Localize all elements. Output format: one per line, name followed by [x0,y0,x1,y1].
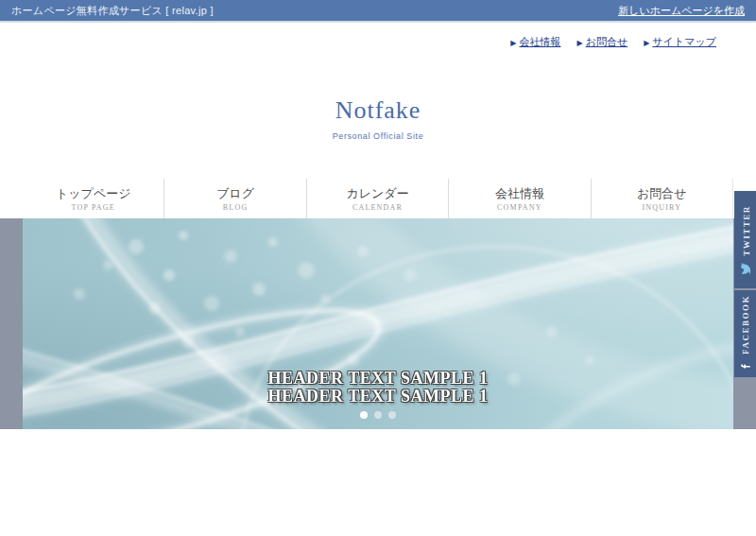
utility-link-company[interactable]: ▶会社情報 [510,36,560,47]
nav-sublabel: COMPANY [449,203,590,212]
nav-item-company[interactable]: 会社情報 COMPANY [448,179,590,218]
site-header: Notfake Personal Official Site [0,96,756,141]
page-title: Notfake [0,96,756,125]
nav-sublabel: CALENDAR [307,203,448,212]
arrow-icon: ▶ [644,39,649,47]
utility-links-row: ▶会社情報 ▶お問合せ ▶サイトマップ [23,35,733,49]
utility-link-sitemap[interactable]: ▶サイトマップ [644,36,716,47]
nav-sublabel: TOP PAGE [23,203,163,212]
nav-sublabel: BLOG [164,203,305,212]
twitter-bird-icon [739,262,751,274]
service-name-label: ホームページ無料作成サービス [ relav.jp ] [11,4,214,18]
facebook-tab-inner: FACEBOOK [740,295,751,372]
carousel-dots [23,406,733,423]
hero-slide-image: HEADER TEXT SAMPLE 1 HEADER TEXT SAMPLE … [23,218,733,429]
carousel-dot[interactable] [388,411,396,419]
nav-item-top-page[interactable]: トップページ TOP PAGE [23,179,163,218]
nav-item-calendar[interactable]: カレンダー CALENDAR [306,179,448,218]
twitter-tab-inner: TWITTER [739,205,751,275]
nav-item-blog[interactable]: ブログ BLOG [163,179,305,218]
utility-link-contact[interactable]: ▶お問合せ [577,36,628,47]
nav-sublabel: INQUIRY [592,203,732,212]
nav-label: お問合せ [592,186,732,200]
main-nav: トップページ TOP PAGE ブログ BLOG カレンダー CALENDAR … [23,179,733,218]
arrow-icon: ▶ [577,39,583,47]
nav-label: 会社情報 [449,186,590,200]
site-subtitle: Personal Official Site [0,131,756,141]
facebook-tab[interactable]: FACEBOOK [734,290,756,377]
create-homepage-link[interactable]: 新しいホームページを作成 [618,4,745,18]
nav-item-inquiry[interactable]: お問合せ INQUIRY [591,179,732,218]
twitter-tab-label: TWITTER [741,205,750,256]
nav-label: トップページ [23,186,163,200]
hero-band: HEADER TEXT SAMPLE 1 HEADER TEXT SAMPLE … [0,218,756,429]
carousel-dot[interactable] [374,411,382,419]
top-service-bar: ホームページ無料作成サービス [ relav.jp ] 新しいホームページを作成 [0,0,756,23]
twitter-tab[interactable]: TWITTER [734,191,756,288]
arrow-icon: ▶ [510,39,516,47]
page: ホームページ無料作成サービス [ relav.jp ] 新しいホームページを作成… [0,0,756,536]
facebook-f-icon [740,361,751,372]
nav-label: ブログ [164,186,305,200]
hero-heading: HEADER TEXT SAMPLE 1 HEADER TEXT SAMPLE … [23,370,733,406]
hero-heading-line2: HEADER TEXT SAMPLE 1 [23,388,733,406]
facebook-tab-label: FACEBOOK [741,295,750,354]
carousel-dot[interactable] [360,411,368,419]
hero-heading-line1: HEADER TEXT SAMPLE 1 [23,370,733,388]
nav-label: カレンダー [307,186,448,200]
